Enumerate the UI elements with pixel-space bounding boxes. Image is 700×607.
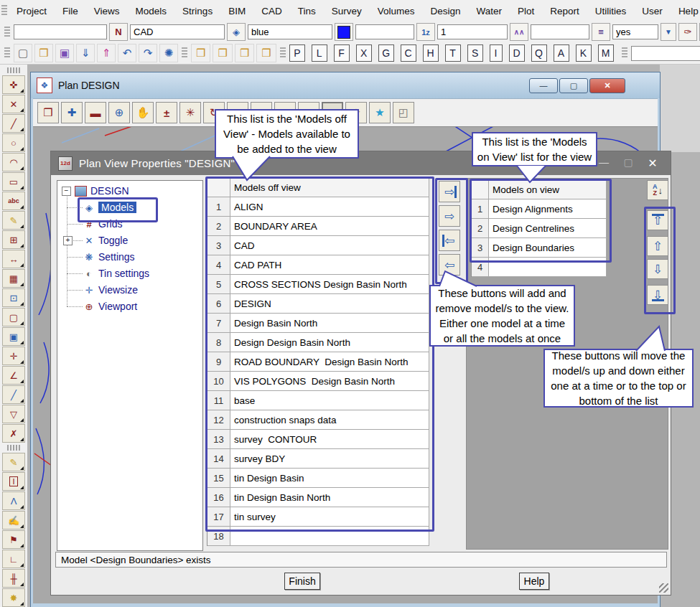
- collapse-icon[interactable]: −: [62, 187, 71, 196]
- linestyle-input[interactable]: [531, 24, 589, 39]
- toolbar-grip[interactable]: [4, 47, 10, 59]
- sort-models-button[interactable]: AZ ↓: [647, 180, 668, 200]
- weighting-button[interactable]: ∧∧: [510, 23, 528, 41]
- copy-shape-tool-button[interactable]: ⊡: [2, 288, 25, 307]
- menu-survey[interactable]: Survey: [324, 6, 370, 17]
- cad-text-input[interactable]: [631, 46, 700, 61]
- model-cell[interactable]: tin Design Basin: [230, 469, 429, 488]
- name-toggle-button[interactable]: N: [109, 23, 128, 41]
- snap-toggle-D[interactable]: D: [509, 44, 525, 62]
- menu-plot[interactable]: Plot: [510, 6, 542, 17]
- toolbar-grip[interactable]: [7, 445, 20, 451]
- menu-file[interactable]: File: [55, 6, 86, 17]
- snap-toggle-F[interactable]: F: [334, 44, 350, 62]
- menu-tins[interactable]: Tins: [290, 6, 324, 17]
- toolbar-grip[interactable]: [622, 47, 627, 59]
- flag-tool-button[interactable]: ⚑: [2, 530, 25, 549]
- tree-item-models[interactable]: ◈ Models: [83, 200, 136, 215]
- model-cell[interactable]: Design Boundaries: [489, 238, 607, 258]
- snap-toggle-I[interactable]: I: [490, 44, 503, 62]
- functions-2-button[interactable]: ❒: [235, 44, 254, 62]
- tree-label[interactable]: Tin settings: [98, 268, 149, 279]
- toolbar-grip[interactable]: [280, 47, 286, 59]
- menu-report[interactable]: Report: [542, 6, 587, 17]
- annotate-tool-button[interactable]: ✍: [2, 511, 25, 530]
- menu-project[interactable]: Project: [9, 6, 55, 17]
- settings-button[interactable]: ✺: [159, 44, 178, 62]
- tree-label[interactable]: DESIGN: [90, 185, 129, 197]
- z-value-button[interactable]: 1z: [416, 23, 435, 41]
- menu-views[interactable]: Views: [86, 6, 128, 17]
- expand-icon[interactable]: +: [63, 236, 73, 245]
- menu-water[interactable]: Water: [469, 6, 510, 17]
- remove-all-models-button[interactable]: ⇦: [439, 230, 460, 251]
- dialog-maximize-button[interactable]: ▢: [617, 156, 639, 170]
- weight-input[interactable]: [437, 24, 508, 39]
- offset-tool-button[interactable]: ∟: [2, 550, 25, 568]
- functions-3-button[interactable]: ❒: [256, 44, 276, 62]
- tree-label[interactable]: Toggle: [98, 235, 128, 246]
- breakline-dropdown-button[interactable]: ▼: [661, 23, 676, 41]
- model-cell[interactable]: ROAD BOUNDARY Design Basin North: [230, 352, 429, 372]
- snap-toggle-Q[interactable]: Q: [531, 44, 547, 62]
- project-models-button[interactable]: ❒: [191, 44, 210, 62]
- model-cell[interactable]: Design Design Basin North: [230, 333, 429, 352]
- zoom-out-button[interactable]: ▬: [85, 102, 106, 123]
- resize-grip[interactable]: [659, 583, 668, 593]
- colour-line-tool-button[interactable]: ╱: [2, 385, 25, 404]
- plan-close-button[interactable]: ✕: [589, 78, 625, 93]
- model-cell[interactable]: base: [230, 391, 429, 410]
- tree-item-design[interactable]: − DESIGN: [62, 184, 129, 198]
- tree-item-toggle[interactable]: ✕ Toggle: [83, 233, 128, 248]
- tree-label[interactable]: Viewport: [98, 301, 137, 312]
- polygon-tool-button[interactable]: ▢: [2, 308, 25, 326]
- zoom-extents-button[interactable]: ⊕: [108, 102, 130, 123]
- symbol-tool-button[interactable]: ✸: [2, 588, 25, 607]
- model-cell[interactable]: survey BDY: [230, 449, 429, 469]
- model-cell[interactable]: [489, 258, 607, 277]
- rectangle-tool-button[interactable]: ▭: [2, 172, 25, 191]
- measure-tool-button[interactable]: ↔: [2, 250, 25, 268]
- tree-label[interactable]: Settings: [98, 251, 135, 263]
- point-tool-button[interactable]: ✜: [2, 75, 25, 94]
- tree-label-selected[interactable]: Models: [98, 202, 136, 213]
- toolbar-grip[interactable]: [1, 5, 7, 17]
- toolbar-grip[interactable]: [7, 67, 20, 73]
- model-select-button[interactable]: ◈: [227, 23, 246, 41]
- snap-toggle-G[interactable]: G: [378, 44, 394, 62]
- plan-title-bar[interactable]: ❖ Plan DESIGN — ▢ ✕: [31, 72, 660, 98]
- add-model-button[interactable]: ⇨: [439, 205, 460, 227]
- tree-item-tin-settings[interactable]: ◐ Tin settings: [83, 266, 149, 281]
- model-cell[interactable]: CROSS SECTIONS Design Basin North: [230, 275, 429, 294]
- model-cell[interactable]: construction snaps data: [230, 410, 429, 430]
- undo-button[interactable]: ↶: [118, 44, 136, 62]
- create-point-tool-button[interactable]: ⊞: [2, 230, 25, 249]
- finish-button[interactable]: Finish: [284, 573, 320, 590]
- menu-models[interactable]: Models: [128, 6, 175, 17]
- plan-minimize-button[interactable]: —: [529, 78, 558, 93]
- menu-user[interactable]: User: [634, 6, 671, 17]
- move-to-top-button[interactable]: ⇧: [647, 210, 668, 230]
- menu-strings[interactable]: Strings: [174, 6, 220, 17]
- menu-utilities[interactable]: Utilities: [587, 6, 635, 17]
- star-button[interactable]: ★: [369, 102, 391, 123]
- move-down-button[interactable]: ⇩: [647, 259, 668, 279]
- model-cell[interactable]: BOUNDARY AREA: [230, 217, 429, 236]
- snap-toggle-M[interactable]: M: [598, 44, 614, 62]
- zoom-all-button[interactable]: ✳: [179, 102, 201, 123]
- toolbar-grip[interactable]: [182, 47, 187, 59]
- zoom-in-button[interactable]: ✚: [61, 102, 83, 123]
- snap-toggle-S[interactable]: S: [467, 44, 483, 62]
- line-tool-button[interactable]: ╱: [2, 114, 25, 133]
- snap-toggle-X[interactable]: X: [356, 44, 372, 62]
- model-cell[interactable]: tin Design Basin North: [230, 488, 429, 507]
- height-input[interactable]: [355, 24, 414, 39]
- strings-tool-button[interactable]: ✕: [2, 95, 25, 113]
- tree-item-settings[interactable]: ❋ Settings: [83, 250, 135, 264]
- draw-tool-button[interactable]: ✎: [2, 211, 25, 230]
- colour-input[interactable]: [248, 24, 332, 39]
- menu-help[interactable]: Help: [671, 6, 700, 17]
- model-cell[interactable]: survey CONTOUR: [230, 430, 429, 449]
- save-button[interactable]: ▣: [55, 44, 74, 62]
- dialog-close-button[interactable]: ✕: [642, 156, 663, 170]
